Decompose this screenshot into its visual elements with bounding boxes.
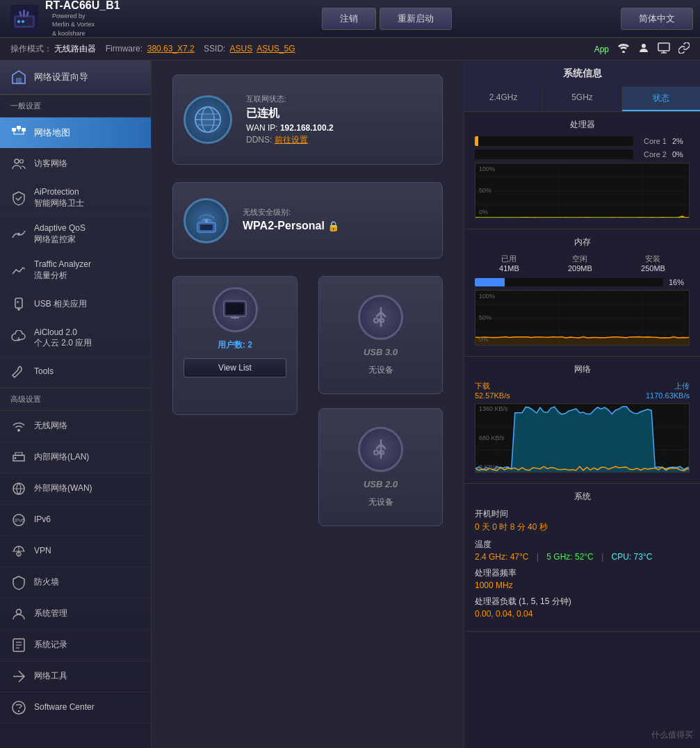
sidebar-item-ipv6[interactable]: IPv6 IPv6: [0, 505, 151, 536]
mem-graph-labels: 100% 50% 0%: [479, 291, 495, 345]
cpu-core1-bar: [475, 136, 633, 146]
sidebar-item-vpn[interactable]: VPN: [0, 536, 151, 567]
cpu-graph-100: 100%: [479, 165, 495, 172]
cpu-graph: 100% 50% 0%: [475, 163, 690, 218]
sidebar-item-traffic-analyzer[interactable]: Traffic Analyzer流量分析: [0, 252, 151, 288]
wifi-icon[interactable]: [617, 43, 630, 55]
temp-values: 2.4 GHz: 47°C | 5 GHz: 52°C | CPU: 73°C: [475, 552, 690, 562]
mem-total: 安装 250MB: [641, 254, 665, 273]
network-map-icon: [10, 124, 27, 141]
sidebar-item-wan[interactable]: 外部网络(WAN): [0, 473, 151, 505]
watermark: 什么值得买: [651, 729, 693, 741]
nettools-icon: [10, 668, 27, 685]
download-speed: 下载 52.57KB/s: [475, 381, 510, 400]
section-general: 一般设置: [0, 95, 151, 117]
internet-info: 互联网状态: 已连机 WAN IP: 192.168.100.2 DDNS: 前…: [246, 94, 432, 146]
sidebar-item-usb-apps[interactable]: USB 相关应用: [0, 289, 151, 320]
status-info: 操作模式： 无线路由器 Firmware: 380.63_X7.2 SSID: …: [10, 43, 295, 55]
memory-graph: 100% 50% 0%: [475, 290, 690, 345]
ddns-label: DDNS:: [246, 135, 272, 145]
software-center-icon: [10, 699, 27, 716]
memory-bar-row: 16%: [475, 278, 690, 286]
usb2-icon: [358, 427, 403, 472]
user-icon[interactable]: [638, 42, 649, 56]
wan-ip-info: WAN IP: 192.168.100.2: [246, 123, 432, 133]
cancel-button[interactable]: 注销: [322, 8, 376, 30]
router-name: RT-AC66U_B1: [45, 0, 120, 12]
network-graph: 1360 KB/s 680 KB/s 0 KB/s: [475, 403, 690, 473]
tab-2ghz[interactable]: 2.4GHz: [464, 87, 543, 111]
usb3-status: 无设备: [368, 364, 393, 376]
sidebar-item-guest-network[interactable]: 访客网络: [0, 149, 151, 180]
sidebar-item-wizard[interactable]: 网络设置向导: [0, 60, 151, 95]
sidebar-item-syslog[interactable]: 系统记录: [0, 630, 151, 661]
svg-rect-44: [200, 225, 213, 230]
ssid-label: SSID:: [204, 44, 225, 54]
ssid-5g[interactable]: ASUS_5G: [257, 44, 295, 54]
header-buttons: 注销 重新启动: [153, 8, 621, 30]
monitor-icon[interactable]: [658, 42, 670, 56]
ddns-info: DDNS: 前往设置: [246, 134, 432, 146]
mode-value: 无线路由器: [54, 44, 96, 54]
cpu-canvas: [475, 163, 690, 218]
aicloud-icon: [10, 330, 27, 346]
sidebar-item-aicloud[interactable]: AiCloud 2.0个人云 2.0 应用: [0, 320, 151, 357]
cpu-graph-50: 50%: [479, 187, 495, 194]
mem-used-val: 41MB: [499, 264, 519, 273]
mem-total-label: 安装: [641, 254, 665, 264]
temp-separator2: |: [601, 552, 605, 562]
cpu-load-item: 处理器负载 (1, 5, 15 分钟) 0.00, 0.04, 0.04: [475, 596, 690, 619]
sidebar-label-ipv6: IPv6: [34, 514, 51, 526]
usb2-box: USB 2.0 无设备: [318, 408, 443, 526]
firmware-value[interactable]: 380.63_X7.2: [147, 44, 195, 54]
ddns-link[interactable]: 前往设置: [275, 135, 308, 145]
network-stats-title: 网络: [475, 364, 690, 375]
sidebar-label-vpn: VPN: [34, 546, 51, 557]
sidebar-item-software-center[interactable]: Software Center: [0, 692, 151, 724]
uptime-item: 开机时间 0 天 0 时 8 分 40 秒: [475, 508, 690, 533]
tab-status[interactable]: 状态: [622, 87, 700, 111]
cpu-section: 处理器 Core 1 2% Core 2 0%: [464, 112, 700, 229]
svg-point-14: [15, 159, 19, 163]
wan-icon: [10, 480, 27, 497]
view-list-button[interactable]: View List: [184, 358, 286, 377]
lang-button[interactable]: 简体中文: [621, 8, 693, 30]
sidebar-label-nettools: 网络工具: [34, 671, 67, 682]
sidebar-item-adaptive-qos[interactable]: Adaptive QoS网络监控家: [0, 216, 151, 252]
ipv6-icon: IPv6: [10, 512, 27, 528]
wireless-box: 无线安全级别: WPA2-Personal 🔒: [172, 182, 443, 259]
sidebar-label-aiprotection: AiProtection智能网络卫士: [34, 187, 84, 209]
sidebar-item-tools[interactable]: Tools: [0, 357, 151, 388]
tools-icon: [10, 364, 27, 380]
sidebar-item-aiprotection[interactable]: AiProtection智能网络卫士: [0, 180, 151, 216]
aiprotection-icon: [10, 190, 27, 206]
firmware-label: Firmware:: [106, 44, 143, 54]
svg-point-45: [204, 220, 208, 223]
usb2-status: 无设备: [368, 496, 393, 508]
svg-point-8: [642, 44, 646, 48]
net-graph-labels: 1360 KB/s 680 KB/s 0 KB/s: [479, 404, 508, 472]
sidebar-item-network-map[interactable]: 网络地图: [0, 117, 151, 149]
tab-bar: 2.4GHz 5GHz 状态: [464, 87, 700, 112]
memory-title: 内存: [475, 236, 690, 248]
logo-area: RT-AC66U_B1 Powered byMerlin & Vortex& k…: [0, 0, 153, 38]
svg-rect-10: [16, 78, 22, 83]
sidebar-item-nettools[interactable]: 网络工具: [0, 661, 151, 692]
clients-count: 用户数: 2: [218, 339, 252, 351]
sidebar-label-lan: 内部网络(LAN): [34, 452, 89, 463]
uptime-label: 开机时间: [475, 508, 690, 520]
ssid-2g[interactable]: ASUS: [229, 44, 252, 54]
cpu-core2-pct: 0%: [672, 150, 690, 158]
usb3-icon: [358, 295, 403, 340]
sidebar-item-wireless[interactable]: 无线网络: [0, 411, 151, 442]
security-value-text: WPA2-Personal: [243, 220, 325, 231]
sidebar-item-lan[interactable]: 内部网络(LAN): [0, 442, 151, 473]
sidebar-item-firewall[interactable]: 防火墙: [0, 567, 151, 599]
link-icon[interactable]: [678, 42, 690, 56]
restart-button[interactable]: 重新启动: [380, 8, 452, 30]
clients-box: 用户数: 2 View List: [172, 276, 298, 415]
sidebar-item-sysadmin[interactable]: 系统管理: [0, 599, 151, 630]
lock-icon: 🔒: [327, 220, 339, 231]
sidebar-label-software-center: Software Center: [34, 702, 95, 713]
tab-5ghz[interactable]: 5GHz: [543, 87, 621, 111]
